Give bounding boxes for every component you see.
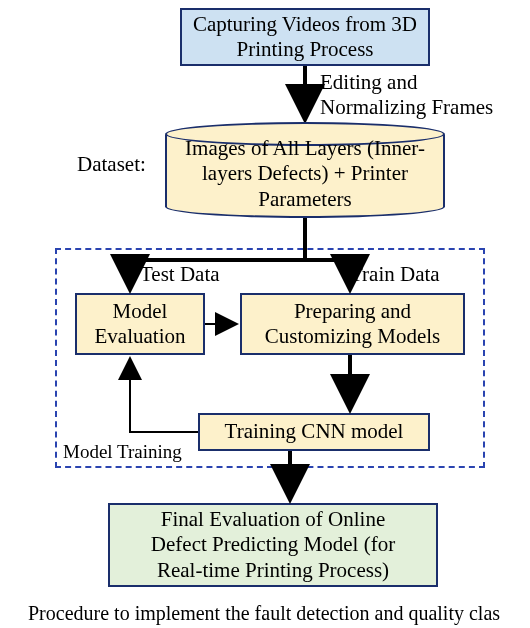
node-dataset: Images of All Layers (Inner-layers Defec… (165, 124, 445, 218)
group-label-model-training: Model Training (63, 441, 182, 463)
node-eval-l1: Model (113, 299, 168, 324)
dataset-side-label: Dataset: (77, 152, 146, 177)
node-final-l1: Final Evaluation of Online (161, 507, 386, 532)
edge-label-test-data: Test Data (140, 262, 220, 287)
node-capture-label: Capturing Videos from 3D Printing Proces… (190, 12, 420, 62)
edge-label-train-data: Train Data (350, 262, 440, 287)
node-final-l3: Real-time Printing Process) (157, 558, 389, 583)
node-training-cnn: Training CNN model (198, 413, 430, 451)
edge-label-editing-l1: Editing and (320, 70, 520, 95)
node-final-evaluation: Final Evaluation of Online Defect Predic… (108, 503, 438, 587)
flowchart-canvas: Capturing Videos from 3D Printing Proces… (0, 0, 530, 628)
node-training-label: Training CNN model (225, 419, 404, 444)
node-dataset-label: Images of All Layers (Inner-layers Defec… (165, 130, 445, 212)
edge-label-editing-l2: Normalizing Frames (320, 95, 520, 120)
node-model-evaluation: Model Evaluation (75, 293, 205, 355)
node-prepare-l1: Preparing and (294, 299, 411, 324)
node-final-l2: Defect Predicting Model (for (151, 532, 395, 557)
node-capture: Capturing Videos from 3D Printing Proces… (180, 8, 430, 66)
figure-caption-fragment: Procedure to implement the fault detecti… (28, 602, 530, 625)
node-prepare-l2: Customizing Models (265, 324, 441, 349)
node-prepare-customize: Preparing and Customizing Models (240, 293, 465, 355)
node-eval-l2: Evaluation (95, 324, 186, 349)
edge-label-editing: Editing and Normalizing Frames (320, 70, 520, 120)
